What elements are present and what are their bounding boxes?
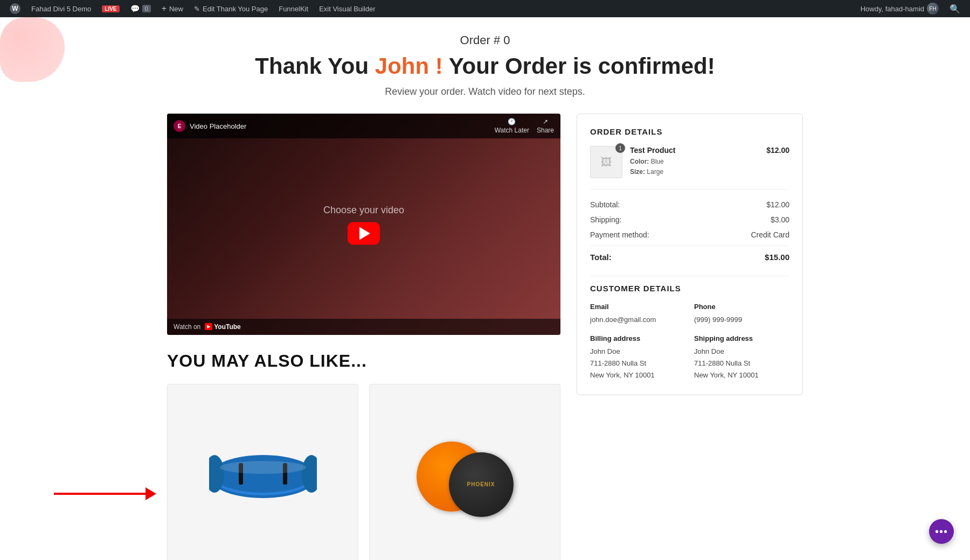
email-value: john.doe@gmail.com bbox=[590, 314, 685, 326]
order-details-title: ORDER DETAILS bbox=[590, 127, 789, 136]
shipping-street: 711-2880 Nulla St bbox=[694, 358, 789, 369]
new-label: New bbox=[169, 5, 183, 13]
product-image-discs: PHOENIX bbox=[369, 384, 560, 560]
subtitle-text: Review your order. Watch video for next … bbox=[11, 86, 959, 97]
float-dots: ••• bbox=[935, 526, 948, 537]
youtube-logo: ▶ YouTube bbox=[205, 323, 241, 331]
billing-street: 711-2880 Nulla St bbox=[590, 358, 685, 369]
new-item[interactable]: + New bbox=[156, 0, 189, 17]
color-value: Blue bbox=[651, 158, 664, 165]
comments-item[interactable]: 💬 0 bbox=[125, 0, 156, 17]
live-badge-item: Live bbox=[96, 0, 124, 17]
live-badge: Live bbox=[102, 5, 119, 12]
shipping-city: New York, NY 10001 bbox=[694, 369, 789, 381]
red-arrow bbox=[54, 487, 156, 500]
ordered-product-info: Test Product Color: Blue Size: Large bbox=[630, 146, 759, 177]
page-content: Order # 0 Thank You John ! Your Order is… bbox=[0, 17, 970, 560]
billing-label: Billing address bbox=[590, 334, 685, 342]
billing-name: John Doe bbox=[590, 346, 685, 358]
divider-1 bbox=[590, 189, 789, 190]
thank-you-prefix: Thank You bbox=[255, 53, 375, 79]
video-center: Choose your video bbox=[323, 204, 404, 244]
disc-brand-text: PHOENIX bbox=[467, 481, 495, 488]
video-choose-text: Choose your video bbox=[323, 204, 404, 215]
comments-badge: 0 bbox=[142, 5, 151, 12]
payment-row: Payment method: Credit Card bbox=[590, 227, 789, 242]
ordered-product-name: Test Product bbox=[630, 146, 759, 155]
customer-grid: Email john.doe@gmail.com Phone (999) 999… bbox=[590, 303, 789, 381]
arrow-head bbox=[146, 487, 156, 500]
video-top-bar: E Video Placeholder 🕐 Watch Later ↗ Shar… bbox=[167, 114, 560, 138]
clock-icon: 🕐 bbox=[508, 118, 516, 125]
wp-logo[interactable]: W bbox=[4, 0, 26, 17]
edit-icon: ✎ bbox=[194, 5, 200, 13]
subtotal-label: Subtotal: bbox=[590, 200, 620, 209]
ordered-product-price: $12.00 bbox=[766, 146, 789, 155]
admin-bar: W Fahad Divi 5 Demo Live 💬 0 + New ✎ Edi… bbox=[0, 0, 970, 17]
yt-icon: ▶ bbox=[205, 323, 212, 330]
search-icon[interactable]: 🔍 bbox=[944, 4, 966, 14]
plus-icon: + bbox=[162, 4, 167, 13]
exit-builder-label: Exit Visual Builder bbox=[319, 5, 376, 13]
shipping-value: $3.00 bbox=[771, 215, 789, 224]
shipping-address: John Doe 711-2880 Nulla St New York, NY … bbox=[694, 346, 789, 381]
play-triangle bbox=[359, 227, 370, 240]
svg-point-7 bbox=[220, 461, 306, 474]
disc-dark: PHOENIX bbox=[449, 452, 514, 517]
share-label: Share bbox=[537, 127, 554, 134]
elementor-icon: E bbox=[174, 120, 185, 132]
howdy-text-wrap[interactable]: Howdy, fahad-hamid FH bbox=[855, 3, 944, 15]
page-header: Order # 0 Thank You John ! Your Order is… bbox=[11, 33, 959, 97]
video-top-actions: 🕐 Watch Later ↗ Share bbox=[495, 118, 554, 134]
watch-on-text: Watch on bbox=[174, 323, 200, 331]
subtotal-row: Subtotal: $12.00 bbox=[590, 197, 789, 212]
size-label: Size: bbox=[630, 168, 645, 176]
shipping-row: Shipping: $3.00 bbox=[590, 212, 789, 227]
user-avatar: FH bbox=[927, 3, 939, 15]
subtotal-value: $12.00 bbox=[766, 200, 789, 209]
watch-later-btn[interactable]: 🕐 Watch Later bbox=[495, 118, 529, 134]
discs-visual: PHOENIX bbox=[411, 436, 519, 522]
exit-builder-item[interactable]: Exit Visual Builder bbox=[314, 0, 381, 17]
also-like-heading: YOU MAY ALSO LIKE... bbox=[167, 351, 560, 371]
site-name-text: Fahad Divi 5 Demo bbox=[31, 5, 91, 13]
phone-label: Phone bbox=[694, 303, 789, 311]
size-value: Large bbox=[647, 168, 663, 176]
order-panel: ORDER DETAILS 1 🖼 Test Product Color: Bl… bbox=[577, 114, 803, 395]
mat-svg bbox=[209, 436, 317, 522]
edit-label: Edit Thank You Page bbox=[203, 5, 268, 13]
email-label: Email bbox=[590, 303, 685, 311]
thumb-placeholder-icon: 🖼 bbox=[601, 156, 612, 169]
youtube-play-button[interactable] bbox=[348, 222, 380, 244]
funnelkit-label: FunnelKit bbox=[279, 5, 308, 13]
funnelkit-item[interactable]: FunnelKit bbox=[273, 0, 314, 17]
thank-you-suffix: Your Order is confirmed! bbox=[443, 53, 715, 79]
shipping-label: Shipping address bbox=[694, 334, 789, 342]
left-column: E Video Placeholder 🕐 Watch Later ↗ Shar… bbox=[167, 114, 560, 560]
product-card-discs[interactable]: PHOENIX DUAL-SIDED GLIDING DISCS $15 $ 1… bbox=[369, 384, 560, 560]
shipping-name: John Doe bbox=[694, 346, 789, 358]
product-card-mat[interactable]: PREMIUM NON-SLIP EXERCISE MAT $40 $ 37 bbox=[167, 384, 358, 560]
phone-value: (999) 999-9999 bbox=[694, 314, 789, 326]
video-placeholder-label: Video Placeholder bbox=[190, 122, 246, 130]
products-row: PREMIUM NON-SLIP EXERCISE MAT $40 $ 37 P… bbox=[167, 384, 560, 560]
total-row: Total: $15.00 bbox=[590, 246, 789, 265]
share-btn[interactable]: ↗ Share bbox=[537, 118, 554, 134]
customer-name: John ! bbox=[375, 53, 443, 79]
float-action-button[interactable]: ••• bbox=[929, 519, 954, 544]
order-number: Order # 0 bbox=[11, 33, 959, 47]
shipping-label: Shipping: bbox=[590, 215, 621, 224]
email-col: Email john.doe@gmail.com bbox=[590, 303, 685, 326]
site-name[interactable]: Fahad Divi 5 Demo bbox=[26, 0, 96, 17]
ordered-product-row: 1 🖼 Test Product Color: Blue Size: Large… bbox=[590, 146, 789, 178]
howdy-text: Howdy, fahad-hamid bbox=[861, 5, 924, 13]
yt-text: YouTube bbox=[214, 323, 241, 331]
edit-page-item[interactable]: ✎ Edit Thank You Page bbox=[189, 0, 273, 17]
payment-value: Credit Card bbox=[751, 230, 789, 239]
billing-address: John Doe 711-2880 Nulla St New York, NY … bbox=[590, 346, 685, 381]
product-image-mat bbox=[167, 384, 358, 560]
video-player[interactable]: E Video Placeholder 🕐 Watch Later ↗ Shar… bbox=[167, 114, 560, 335]
billing-city: New York, NY 10001 bbox=[590, 369, 685, 381]
divider-2 bbox=[590, 276, 789, 276]
main-layout: E Video Placeholder 🕐 Watch Later ↗ Shar… bbox=[162, 114, 808, 560]
